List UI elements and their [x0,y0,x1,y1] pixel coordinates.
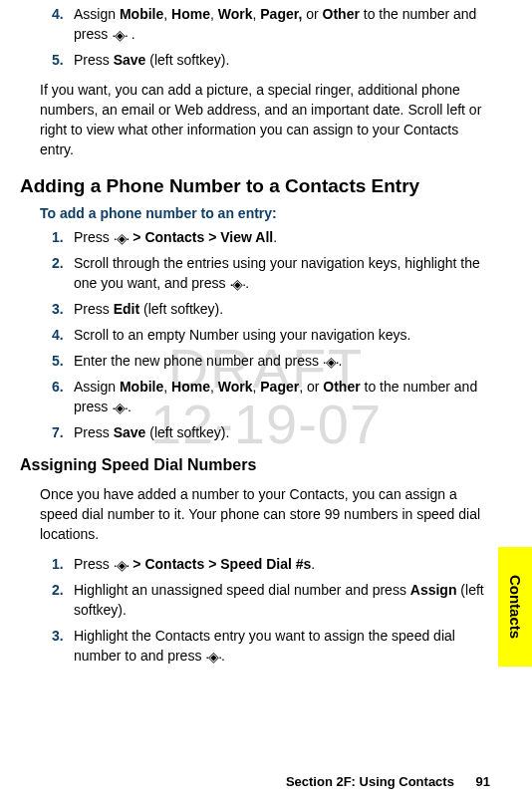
step-text: Highlight an unassigned speed dial numbe… [74,580,490,620]
nav-key-icon: ·◈· [323,355,339,369]
step-number: 4. [52,4,74,44]
step-text: Highlight the Contacts entry you want to… [74,626,490,666]
s2-step-1: 1. Press ·◈· > Contacts > Speed Dial #s. [52,554,490,574]
step-number: 3. [52,299,74,319]
step-text: Press Edit (left softkey). [74,299,223,319]
side-tab-contacts: Contacts [498,547,532,667]
step-text: Press Save (left softkey). [74,422,229,442]
step-text: Enter the new phone number and press ·◈·… [74,351,343,371]
footer-page-number: 91 [476,774,490,789]
step-number: 4. [52,325,74,345]
step-number: 5. [52,50,74,70]
nav-key-icon: ·◈· [112,401,128,414]
heading-add-phone-number: Adding a Phone Number to a Contacts Entr… [20,175,490,197]
step-number: 1. [52,554,74,574]
s1-step-1: 1. Press ·◈· > Contacts > View All. [52,227,490,247]
step-text: Assign Mobile, Home, Work, Pager, or Oth… [74,377,490,416]
step-number: 2. [52,580,74,620]
heading-speed-dial: Assigning Speed Dial Numbers [20,456,490,474]
step-opening-4: 4. Assign Mobile, Home, Work, Pager, or … [52,4,490,44]
nav-key-icon: ·◈· [114,558,130,572]
opening-paragraph: If you want, you can add a picture, a sp… [40,80,490,159]
step-number: 3. [52,626,74,666]
s1-step-6: 6. Assign Mobile, Home, Work, Pager, or … [52,377,490,416]
step-number: 5. [52,351,74,371]
step-number: 2. [52,253,74,293]
nav-key-icon: ·◈· [114,231,130,245]
step-text: Scroll to an empty Number using your nav… [74,325,411,345]
footer-section: Section 2F: Using Contacts [286,774,454,789]
nav-key-icon: ·◈· [229,277,245,291]
step-text: Press ·◈· > Contacts > View All. [74,227,277,247]
s1-step-2: 2. Scroll through the entries using your… [52,253,490,293]
step-number: 7. [52,422,74,442]
step-number: 6. [52,377,74,416]
step-text: Press ·◈· > Contacts > Speed Dial #s. [74,554,315,574]
step-number: 1. [52,227,74,247]
s2-step-2: 2. Highlight an unassigned speed dial nu… [52,580,490,620]
step-text: Press Save (left softkey). [74,50,229,70]
s1-step-4: 4. Scroll to an empty Number using your … [52,325,490,345]
page-footer: Section 2F: Using Contacts 91 [286,774,490,789]
step-text: Assign Mobile, Home, Work, Pager, or Oth… [74,4,490,44]
side-tab-label: Contacts [507,575,524,639]
step-opening-5: 5. Press Save (left softkey). [52,50,490,70]
subhead-add-entry: To add a phone number to an entry: [40,205,490,221]
s2-step-3: 3. Highlight the Contacts entry you want… [52,626,490,666]
speed-dial-paragraph: Once you have added a number to your Con… [40,484,490,544]
step-text: Scroll through the entries using your na… [74,253,490,293]
s1-step-3: 3. Press Edit (left softkey). [52,299,490,319]
nav-key-icon: ·◈· [112,28,128,42]
s1-step-5: 5. Enter the new phone number and press … [52,351,490,371]
nav-key-icon: ·◈· [205,650,221,664]
s1-step-7: 7. Press Save (left softkey). [52,422,490,442]
